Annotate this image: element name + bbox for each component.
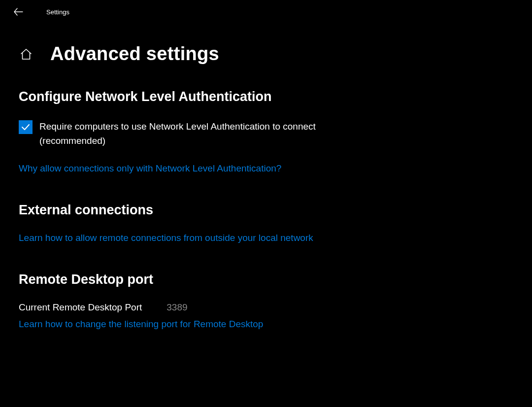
section-port: Remote Desktop port Current Remote Deskt… <box>19 272 512 330</box>
nla-help-link[interactable]: Why allow connections only with Network … <box>19 163 281 174</box>
section-port-title: Remote Desktop port <box>19 272 512 287</box>
content-area: Advanced settings Configure Network Leve… <box>0 24 532 330</box>
nla-checkbox-label: Require computers to use Network Level A… <box>39 119 355 148</box>
section-external: External connections Learn how to allow … <box>19 203 512 243</box>
home-icon <box>20 48 33 61</box>
section-external-title: External connections <box>19 203 512 218</box>
port-current-row: Current Remote Desktop Port 3389 <box>19 302 512 313</box>
home-button[interactable] <box>19 47 33 62</box>
window-title: Settings <box>46 8 69 16</box>
external-help-link[interactable]: Learn how to allow remote connections fr… <box>19 233 313 243</box>
port-help-link[interactable]: Learn how to change the listening port f… <box>19 319 263 330</box>
back-arrow-icon <box>13 7 23 17</box>
nla-checkbox-row: Require computers to use Network Level A… <box>19 119 512 148</box>
title-bar: Settings <box>0 0 532 24</box>
page-header: Advanced settings <box>19 43 512 65</box>
nla-checkbox[interactable] <box>19 120 33 134</box>
back-button[interactable] <box>11 4 26 19</box>
section-nla: Configure Network Level Authentication R… <box>19 89 512 174</box>
page-title: Advanced settings <box>50 43 219 65</box>
port-current-value: 3389 <box>166 302 187 313</box>
checkmark-icon <box>20 122 31 133</box>
section-nla-title: Configure Network Level Authentication <box>19 89 512 104</box>
port-current-label: Current Remote Desktop Port <box>19 302 142 313</box>
